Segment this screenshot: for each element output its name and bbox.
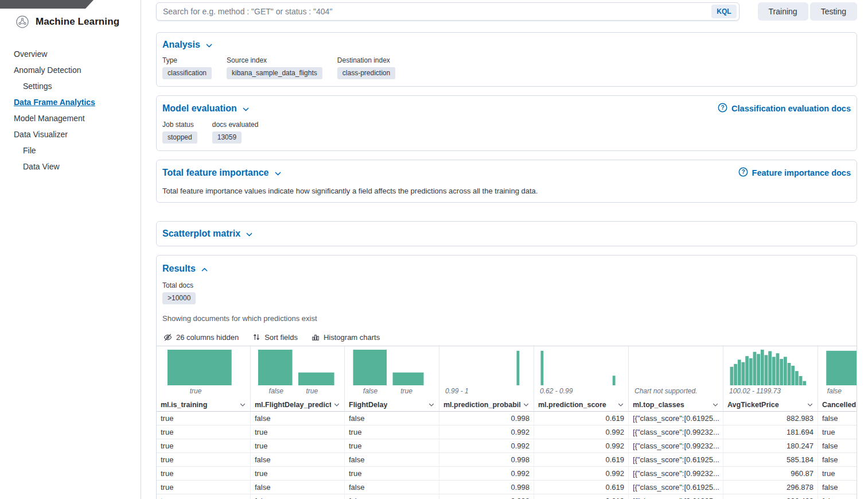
chevron-down-icon: [205, 41, 213, 49]
results-data-grid: truefalsetruefalsetrue0.99 - 10.62 - 0.9…: [157, 346, 857, 499]
grid-body: truefalsefalse0.9980.619[{"class_score":…: [157, 412, 857, 499]
table-row: truetruetrue0.9920.992[{"class_score":[0…: [157, 467, 857, 481]
histogram-caption: true: [190, 387, 202, 395]
table-row: truetruetrue0.9920.992[{"class_score":[0…: [157, 439, 857, 453]
column-histogram-ml.prediction_score: 0.62 - 0.99: [534, 346, 629, 398]
sidebar-item-anomaly-detection[interactable]: Anomaly Detection: [0, 62, 141, 78]
cell-ml.prediction_probabilit: 0.992: [439, 467, 534, 481]
sidebar-item-model-management[interactable]: Model Management: [0, 110, 141, 126]
cell-Cancelled: false: [818, 481, 857, 494]
column-header-AvgTicketPrice[interactable]: AvgTicketPrice: [723, 398, 818, 412]
cell-ml.is_training: true: [157, 439, 251, 453]
table-row: truefalsefalse0.9980.619[{"class_score":…: [157, 412, 857, 425]
cell-ml.FlightDelay_predictio: false: [251, 412, 345, 425]
testing-button[interactable]: Testing: [810, 2, 857, 21]
cell-ml.FlightDelay_predictio: true: [251, 467, 345, 481]
sidebar-item-overview[interactable]: Overview: [0, 46, 141, 62]
cell-Cancelled: false: [818, 494, 857, 499]
source-index-field: Source index kibana_sample_data_flights: [227, 56, 322, 79]
ml-data-frame-analytics-page: Machine Learning Overview Anomaly Detect…: [0, 0, 868, 499]
field-label: Destination index: [337, 56, 395, 64]
field-label: Job status: [162, 121, 197, 129]
results-panel: Results Total docs >10000 Showing docume…: [156, 255, 857, 499]
classification-evaluation-docs-link[interactable]: ? Classification evaluation docs: [718, 103, 851, 114]
column-header-label: FlightDelay: [349, 401, 387, 409]
analysis-section-toggle[interactable]: Analysis: [162, 40, 213, 50]
histogram-caption: false: [363, 387, 377, 395]
chevron-down-icon: [274, 169, 282, 177]
results-subtitle: Showing documents for which predictions …: [157, 314, 857, 323]
cell-ml.prediction_probabilit: 0.998: [439, 481, 534, 494]
columns-hidden-button[interactable]: 26 columns hidden: [164, 333, 239, 342]
cell-ml.prediction_probabilit: 0.998: [439, 494, 534, 499]
svg-text:?: ?: [741, 169, 745, 175]
model-evaluation-section-toggle[interactable]: Model evaluation: [162, 103, 250, 114]
docs-evaluated-field: docs evaluated 13059: [212, 121, 259, 144]
search-input[interactable]: [163, 7, 711, 16]
sort-fields-button[interactable]: Sort fields: [252, 333, 298, 342]
training-button[interactable]: Training: [758, 2, 808, 21]
cell-AvgTicketPrice: 181.694: [723, 425, 818, 439]
histogram-caption: true: [400, 387, 412, 395]
column-header-label: ml.prediction_score: [538, 401, 606, 409]
sidebar-item-data-visualizer[interactable]: Data Visualizer: [0, 126, 141, 142]
ml-app-icon: [15, 15, 29, 29]
field-label: docs evaluated: [212, 121, 259, 129]
cell-ml.prediction_score: 0.619: [534, 453, 629, 467]
field-label: Source index: [227, 56, 322, 64]
cell-ml.FlightDelay_predictio: false: [251, 453, 345, 467]
column-header-ml.FlightDelay_predictio[interactable]: ml.FlightDelay_predictio: [251, 398, 345, 412]
cell-ml.prediction_score: 0.992: [534, 467, 629, 481]
sidebar-item-data-frame-analytics[interactable]: Data Frame Analytics: [0, 94, 141, 110]
cell-ml.FlightDelay_predictio: false: [251, 494, 345, 499]
cell-ml.FlightDelay_predictio: true: [251, 425, 345, 439]
column-header-label: ml.FlightDelay_predictio: [255, 401, 331, 409]
cell-FlightDelay: false: [345, 453, 439, 467]
cell-ml.FlightDelay_predictio: true: [251, 439, 345, 453]
results-section-toggle[interactable]: Results: [162, 264, 208, 274]
main-content: KQL Training Testing Analysis Type: [141, 0, 868, 499]
feature-importance-section-toggle[interactable]: Total feature importance: [162, 168, 282, 178]
cell-AvgTicketPrice: 585.184: [723, 453, 818, 467]
chevron-down-icon: [807, 401, 813, 408]
total-docs: Total docs >10000: [157, 281, 857, 304]
kql-button[interactable]: KQL: [711, 5, 736, 18]
column-histogram-FlightDelay: falsetrue: [345, 346, 439, 398]
column-histogram-ml.FlightDelay_predictio: falsetrue: [251, 346, 345, 398]
sidebar-item-settings[interactable]: Settings: [0, 78, 141, 94]
docs-icon: ?: [718, 103, 727, 114]
column-header-label: Cancelled: [822, 401, 856, 409]
sidebar-item-file[interactable]: File: [0, 142, 141, 158]
cell-ml.is_training: true: [157, 494, 251, 499]
chevron-down-icon: [242, 105, 250, 113]
scatterplot-matrix-panel: Scatterplot matrix: [156, 221, 857, 246]
chevron-up-icon: [201, 265, 208, 273]
histogram-caption: 100.02 - 1199.73: [729, 387, 781, 395]
histogram-caption: Chart not supported.: [635, 387, 697, 395]
column-header-ml.is_training[interactable]: ml.is_training: [157, 398, 251, 412]
scatterplot-section-toggle[interactable]: Scatterplot matrix: [162, 229, 253, 239]
column-header-FlightDelay[interactable]: FlightDelay: [345, 398, 439, 412]
histogram-charts-button[interactable]: Histogram charts: [312, 333, 380, 342]
cell-ml.prediction_score: 0.619: [534, 494, 629, 499]
cell-AvgTicketPrice: 296.878: [723, 481, 818, 494]
column-histogram-ml.prediction_probabilit: 0.99 - 1: [439, 346, 534, 398]
sidebar-item-data-view[interactable]: Data View: [0, 158, 141, 175]
docs-icon: ?: [738, 167, 748, 179]
chevron-down-icon: [246, 230, 253, 238]
column-header-ml.prediction_probabilit[interactable]: ml.prediction_probabilit: [439, 398, 534, 412]
table-row: truefalsefalse0.9980.619[{"class_score":…: [157, 481, 857, 494]
analysis-type-field: Type classification: [162, 56, 212, 79]
feature-importance-docs-link[interactable]: ? Feature importance docs: [738, 167, 851, 179]
column-header-ml.top_classes[interactable]: ml.top_classes: [629, 398, 723, 412]
cell-ml.prediction_probabilit: 0.998: [439, 453, 534, 467]
histogram-caption: false: [269, 387, 283, 395]
cell-ml.is_training: true: [157, 425, 251, 439]
topbar: KQL Training Testing: [156, 2, 857, 21]
column-header-ml.prediction_score[interactable]: ml.prediction_score: [534, 398, 629, 412]
column-header-Cancelled[interactable]: Cancelled: [818, 398, 857, 412]
table-row: truefalsefalse0.9980.619[{"class_score":…: [157, 453, 857, 467]
eye-slash-icon: [164, 333, 172, 342]
cell-ml.is_training: true: [157, 467, 251, 481]
cell-FlightDelay: false: [345, 412, 439, 425]
